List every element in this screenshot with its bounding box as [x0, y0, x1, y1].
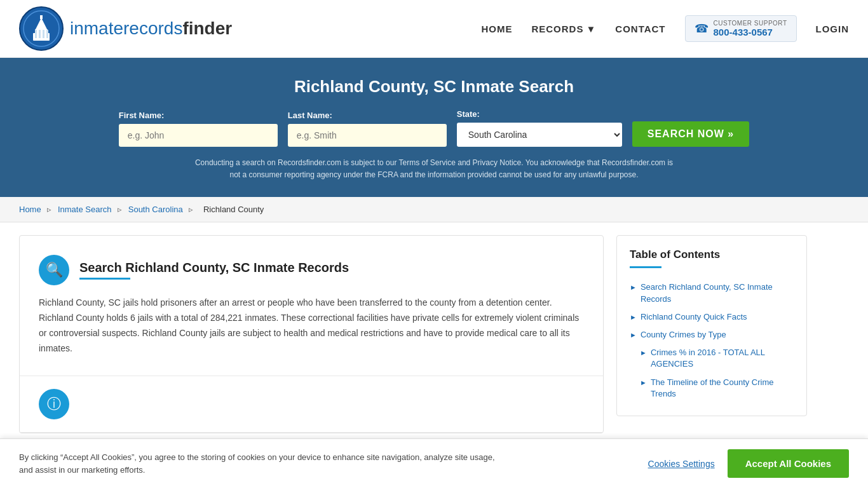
chevron-right-icon: ► [630, 313, 637, 322]
page-title: Richland County, SC Inmate Search [19, 77, 849, 97]
chevron-down-icon: ▼ [586, 24, 596, 34]
nav-login[interactable]: LOGIN [816, 24, 850, 34]
chevron-right-icon: ► [630, 330, 637, 340]
logo[interactable]: inmaterecordsfinder [19, 6, 232, 51]
info-icon: ⓘ [39, 389, 69, 419]
cookie-banner: By clicking “Accept All Cookies”, you ag… [0, 438, 868, 446]
section-inmate-records: 🔍 Search Richland County, SC Inmate Reco… [20, 236, 603, 376]
last-name-input[interactable] [288, 124, 447, 147]
breadcrumb-inmate-search[interactable]: Inmate Search [58, 205, 112, 214]
nav-records[interactable]: RECORDS ▼ [531, 24, 596, 34]
section-quick-facts: ⓘ [20, 376, 603, 433]
search-icon: 🔍 [39, 255, 69, 285]
breadcrumb-separator-3: ▹ [189, 205, 196, 214]
svg-rect-6 [39, 30, 41, 38]
search-button[interactable]: SEARCH NOW » [632, 121, 749, 147]
first-name-label: First Name: [119, 111, 165, 120]
support-label: CUSTOMER SUPPORT [714, 20, 787, 27]
support-phone: 800-433-0567 [714, 27, 787, 37]
phone-icon: ☎ [695, 22, 709, 36]
chevron-right-icon: ► [630, 283, 637, 292]
main-nav: HOME RECORDS ▼ CONTACT ☎ CUSTOMER SUPPOR… [481, 15, 849, 42]
sidebar: Table of Contents ► Search Richland Coun… [616, 235, 807, 433]
state-group: State: South Carolina Alabama Alaska Ari… [457, 109, 622, 147]
toc-item-2[interactable]: ► County Crimes by Type [630, 326, 794, 344]
last-name-label: Last Name: [288, 111, 332, 120]
svg-rect-7 [43, 30, 44, 38]
svg-rect-5 [35, 30, 37, 38]
logo-text: inmaterecordsfinder [70, 18, 232, 39]
breadcrumb-south-carolina[interactable]: South Carolina [128, 205, 183, 214]
chevron-right-icon: ► [640, 348, 647, 358]
state-select[interactable]: South Carolina Alabama Alaska Arizona [457, 123, 622, 147]
logo-icon [19, 6, 64, 51]
toc-item-0[interactable]: ► Search Richland County, SC Inmate Reco… [630, 278, 794, 308]
toc-item-1[interactable]: ► Richland County Quick Facts [630, 308, 794, 326]
disclaimer-text: Conducting a search on Recordsfinder.com… [193, 157, 675, 181]
breadcrumb-home[interactable]: Home [19, 205, 41, 214]
nav-contact[interactable]: CONTACT [615, 24, 665, 34]
first-name-input[interactable] [119, 124, 278, 147]
search-banner: Richland County, SC Inmate Search First … [0, 58, 868, 197]
customer-support[interactable]: ☎ CUSTOMER SUPPORT 800-433-0567 [685, 15, 797, 42]
svg-rect-8 [46, 30, 48, 38]
breadcrumb-separator-2: ▹ [118, 205, 125, 214]
section-title-underline [79, 278, 130, 280]
toc-title: Table of Contents [630, 248, 794, 261]
section-title: Search Richland County, SC Inmate Record… [79, 261, 349, 275]
svg-rect-4 [40, 15, 43, 19]
toc-item-4[interactable]: ► The Timeline of the County Crime Trend… [630, 374, 794, 403]
search-form: First Name: Last Name: State: South Caro… [19, 109, 849, 147]
nav-home[interactable]: HOME [481, 24, 512, 34]
content-area: 🔍 Search Richland County, SC Inmate Reco… [19, 235, 604, 433]
section-body: Richland County, SC jails hold prisoners… [39, 295, 584, 356]
last-name-group: Last Name: [288, 111, 447, 147]
breadcrumb-current: Richland County [203, 205, 264, 214]
toc-divider [630, 266, 661, 268]
toc-box: Table of Contents ► Search Richland Coun… [616, 235, 807, 416]
site-header: inmaterecordsfinder HOME RECORDS ▼ CONTA… [0, 0, 868, 58]
breadcrumb-separator-1: ▹ [47, 205, 54, 214]
toc-item-3[interactable]: ► Crimes % in 2016 - TOTAL ALL AGENCIES [630, 344, 794, 373]
breadcrumb: Home ▹ Inmate Search ▹ South Carolina ▹ … [0, 197, 868, 222]
state-label: State: [457, 109, 480, 119]
first-name-group: First Name: [119, 111, 278, 147]
section-header: 🔍 Search Richland County, SC Inmate Reco… [39, 255, 584, 285]
chevron-right-icon: ► [640, 378, 647, 388]
main-content: 🔍 Search Richland County, SC Inmate Reco… [0, 222, 826, 445]
